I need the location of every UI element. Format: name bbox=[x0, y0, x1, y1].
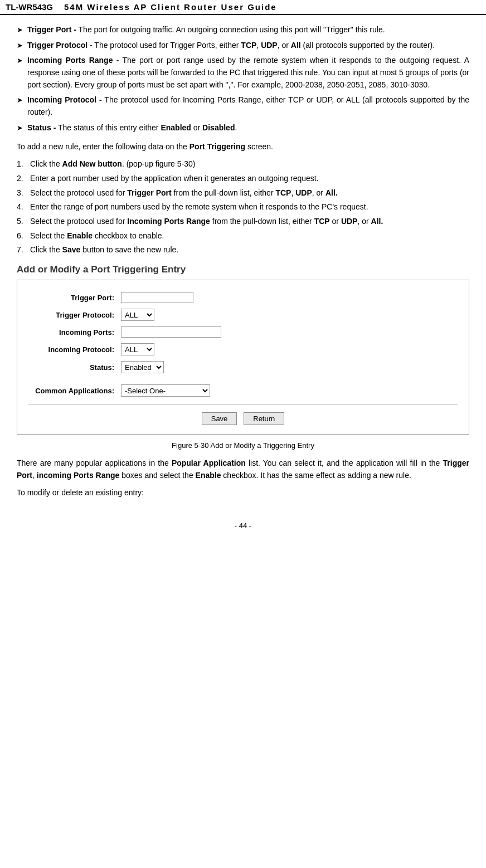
form-row-status: Status: Enabled Disabled bbox=[28, 358, 458, 376]
page-number: - 44 - bbox=[0, 521, 486, 530]
bullet-list: ➤ Trigger Port - The port for outgoing t… bbox=[17, 24, 469, 134]
status-label: Status: bbox=[28, 358, 118, 376]
status-select[interactable]: Enabled Disabled bbox=[121, 361, 164, 373]
step-text-2: Enter a port number used by the applicat… bbox=[30, 173, 469, 185]
form-row-trigger-protocol: Trigger Protocol: ALL TCP UDP bbox=[28, 306, 458, 324]
bullet-arrow-2: ➤ bbox=[17, 40, 23, 52]
step-num-1: 1. bbox=[17, 158, 30, 170]
bullet-label-1: Trigger Port - bbox=[27, 25, 76, 34]
section-title: Add or Modify a Port Triggering Entry bbox=[17, 264, 469, 275]
bullet-arrow-5: ➤ bbox=[17, 123, 23, 134]
trigger-protocol-label: Trigger Protocol: bbox=[28, 306, 118, 324]
main-content: ➤ Trigger Port - The port for outgoing t… bbox=[0, 21, 486, 510]
common-apps-select[interactable]: -Select One- bbox=[121, 384, 210, 397]
figure-caption: Figure 5-30 Add or Modify a Triggering E… bbox=[17, 441, 469, 450]
button-row: Save Return bbox=[28, 409, 458, 425]
incoming-ports-input[interactable] bbox=[121, 326, 221, 338]
form-container: Trigger Port: Trigger Protocol: ALL TCP … bbox=[17, 280, 469, 435]
bullet-label-3: Incoming Ports Range - bbox=[27, 56, 119, 65]
step-num-2: 2. bbox=[17, 173, 30, 185]
trigger-port-input[interactable] bbox=[121, 292, 193, 303]
step-4: 4. Enter the range of port numbers used … bbox=[17, 201, 469, 213]
bullet-label-4: Incoming Protocol - bbox=[27, 95, 102, 104]
bullet-label-2: Trigger Protocol - bbox=[27, 41, 93, 50]
trigger-protocol-select[interactable]: ALL TCP UDP bbox=[121, 309, 154, 321]
bullet-text-5: Status - The status of this entry either… bbox=[27, 122, 469, 134]
step-3: 3. Select the protocol used for Trigger … bbox=[17, 187, 469, 199]
step-2: 2. Enter a port number used by the appli… bbox=[17, 173, 469, 185]
bullet-text-4: Incoming Protocol - The protocol used fo… bbox=[27, 94, 469, 118]
step-text-1: Click the Add New button. (pop-up figure… bbox=[30, 158, 469, 170]
step-num-7: 7. bbox=[17, 244, 30, 256]
bullet-incoming-ports-range: ➤ Incoming Ports Range - The port or por… bbox=[17, 55, 469, 91]
guide-title: 54M Wireless AP Client Router User Guide bbox=[64, 2, 277, 12]
bullet-arrow-3: ➤ bbox=[17, 55, 23, 91]
incoming-protocol-label: Incoming Protocol: bbox=[28, 340, 118, 358]
common-apps-select-cell: -Select One- bbox=[118, 382, 458, 399]
form-row-common-apps: Common Applications: -Select One- bbox=[28, 382, 458, 399]
para-modify-delete: To modify or delete an existing entry: bbox=[17, 487, 469, 499]
trigger-protocol-select-cell: ALL TCP UDP bbox=[118, 306, 458, 324]
save-button[interactable]: Save bbox=[202, 412, 237, 425]
para-intro: To add a new rule, enter the following d… bbox=[17, 141, 469, 153]
bullet-trigger-port: ➤ Trigger Port - The port for outgoing t… bbox=[17, 24, 469, 36]
bullet-arrow-1: ➤ bbox=[17, 25, 23, 36]
step-1: 1. Click the Add New button. (pop-up fig… bbox=[17, 158, 469, 170]
para-popular-apps: There are many popular applications in t… bbox=[17, 457, 469, 481]
step-num-4: 4. bbox=[17, 201, 30, 213]
status-select-cell: Enabled Disabled bbox=[118, 358, 458, 376]
step-num-3: 3. bbox=[17, 187, 30, 199]
bullet-text-2: Trigger Protocol - The protocol used for… bbox=[27, 40, 469, 52]
form-row-trigger-port: Trigger Port: bbox=[28, 289, 458, 306]
bullet-text-1: Trigger Port - The port for outgoing tra… bbox=[27, 24, 469, 36]
page-header: TL-WR543G 54M Wireless AP Client Router … bbox=[0, 0, 486, 15]
bullet-arrow-4: ➤ bbox=[17, 95, 23, 118]
bullet-incoming-protocol: ➤ Incoming Protocol - The protocol used … bbox=[17, 94, 469, 118]
step-text-7: Click the Save button to save the new ru… bbox=[30, 244, 469, 256]
incoming-ports-input-cell bbox=[118, 324, 458, 340]
bullet-status: ➤ Status - The status of this entry eith… bbox=[17, 122, 469, 134]
model-label: TL-WR543G bbox=[6, 2, 53, 12]
common-apps-label: Common Applications: bbox=[28, 382, 118, 399]
step-num-6: 6. bbox=[17, 230, 30, 242]
form-row-spacer bbox=[28, 376, 458, 382]
step-text-6: Select the Enable checkbox to enable. bbox=[30, 230, 469, 242]
form-table: Trigger Port: Trigger Protocol: ALL TCP … bbox=[28, 289, 458, 399]
form-divider bbox=[28, 404, 458, 404]
step-7: 7. Click the Save button to save the new… bbox=[17, 244, 469, 256]
incoming-protocol-select[interactable]: ALL TCP UDP bbox=[121, 343, 154, 355]
trigger-port-label: Trigger Port: bbox=[28, 289, 118, 306]
return-button[interactable]: Return bbox=[244, 412, 284, 425]
steps-list: 1. Click the Add New button. (pop-up fig… bbox=[17, 158, 469, 256]
step-num-5: 5. bbox=[17, 216, 30, 228]
bullet-trigger-protocol: ➤ Trigger Protocol - The protocol used f… bbox=[17, 40, 469, 52]
form-row-incoming-ports: Incoming Ports: bbox=[28, 324, 458, 340]
step-text-4: Enter the range of port numbers used by … bbox=[30, 201, 469, 213]
step-text-5: Select the protocol used for Incoming Po… bbox=[30, 216, 469, 228]
bullet-label-5: Status - bbox=[27, 123, 56, 132]
incoming-ports-label: Incoming Ports: bbox=[28, 324, 118, 340]
bullet-text-3: Incoming Ports Range - The port or port … bbox=[27, 55, 469, 91]
trigger-port-input-cell bbox=[118, 289, 458, 306]
step-text-3: Select the protocol used for Trigger Por… bbox=[30, 187, 469, 199]
step-5: 5. Select the protocol used for Incoming… bbox=[17, 216, 469, 228]
step-6: 6. Select the Enable checkbox to enable. bbox=[17, 230, 469, 242]
incoming-protocol-select-cell: ALL TCP UDP bbox=[118, 340, 458, 358]
form-row-incoming-protocol: Incoming Protocol: ALL TCP UDP bbox=[28, 340, 458, 358]
